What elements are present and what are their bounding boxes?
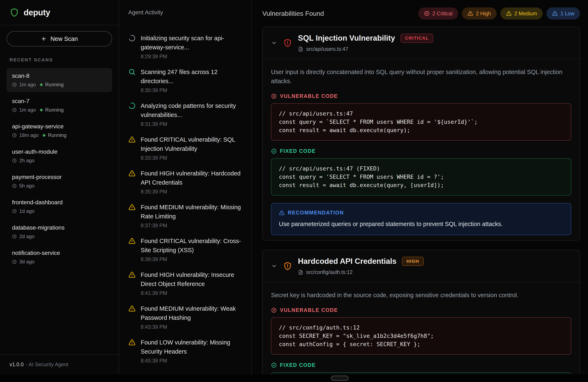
plus-icon — [41, 36, 47, 42]
agent-activity-heading: Agent Activity — [128, 9, 242, 16]
vulnerabilities-header: Vulnerabilities Found 2 Critical 2 High … — [262, 7, 580, 20]
running-dot — [43, 134, 45, 137]
scan-list-item-user-auth-module[interactable]: user-auth-module 2h ago — [7, 144, 112, 168]
scan-list-item-payment-processor[interactable]: payment-processor 5h ago — [7, 169, 112, 193]
clock-icon — [12, 209, 17, 214]
activity-body: Initializing security scan for api-gatew… — [141, 34, 242, 60]
new-scan-button[interactable]: New Scan — [7, 31, 112, 46]
badge-label: 1 Low — [560, 11, 574, 17]
file-path-row: src/config/auth.ts:12 — [298, 269, 424, 275]
scan-meta: 5h ago — [12, 183, 107, 189]
activity-body: Found LOW vulnerability: Missing Securit… — [141, 338, 242, 364]
x-circle-icon — [424, 11, 430, 16]
severity-chip: CRITICAL — [400, 34, 433, 43]
file-path-row: src/api/users.ts:47 — [298, 46, 433, 52]
chevron-down-icon[interactable] — [271, 263, 277, 269]
sidebar-footer: v1.0.0 - AI Security Agent — [0, 354, 119, 374]
warning-triangle-icon — [128, 271, 136, 296]
scan-list-item-database-migrations[interactable]: database-migrations 2d ago — [7, 220, 112, 244]
scan-meta: 1m ago Running — [12, 82, 107, 88]
clock-icon — [12, 82, 17, 87]
activity-text: Found CRITICAL vulnerability: SQL Inject… — [141, 135, 242, 153]
scan-meta: 1d ago — [12, 208, 107, 214]
scan-time: 1m ago — [19, 107, 36, 113]
vulnerabilities-title: Vulnerabilities Found — [262, 10, 324, 17]
scan-list-item-scan-8[interactable]: scan-8 1m ago Running — [7, 68, 112, 92]
recommendation-box: RECOMMENDATION Use parameterized queries… — [271, 203, 571, 235]
scan-list-item-scan-7[interactable]: scan-7 1m ago Running — [7, 93, 112, 117]
scan-time: 2d ago — [19, 233, 34, 239]
section-label-text: VULNERABLE CODE — [280, 93, 338, 99]
app-version: v1.0.0 — [10, 361, 24, 367]
badge-label: 2 High — [476, 11, 491, 17]
clock-icon — [12, 108, 17, 112]
warning-triangle-icon — [128, 237, 136, 263]
scan-meta: 3d ago — [12, 259, 107, 265]
activity-time: 8:39:39 PM — [141, 256, 242, 263]
code-line: const authConfig = { secret: SECRET_KEY … — [279, 340, 563, 348]
vulnerable-code-label: VULNERABLE CODE — [271, 307, 571, 313]
app-window: deputy New Scan RECENT SCANS scan-8 1 — [0, 0, 588, 382]
window-handle[interactable] — [331, 376, 349, 381]
warning-triangle-icon — [128, 339, 136, 364]
app-version-subtitle: - AI Security Agent — [26, 361, 68, 367]
activity-item: Initializing security scan for api-gatew… — [128, 34, 242, 60]
scan-name: frontend-dashboard — [12, 199, 107, 206]
activity-time: 8:37:39 PM — [141, 222, 242, 229]
code-line: const result = await db.execute(query, [… — [279, 181, 563, 189]
activity-time: 8:43:39 PM — [141, 323, 242, 330]
scan-list-item-notification-service[interactable]: notification-service 3d ago — [7, 245, 112, 269]
scan-list-item-frontend-dashboard[interactable]: frontend-dashboard 1d ago — [7, 195, 112, 219]
scan-time: 2h ago — [19, 157, 34, 163]
badge-label: 2 Critical — [432, 11, 453, 17]
warning-triangle-icon — [128, 170, 136, 195]
shield-alert-icon — [283, 261, 292, 271]
scan-time: 5h ago — [19, 183, 34, 189]
activity-time: 8:29:39 PM — [141, 53, 242, 60]
vulnerability-description: User input is directly concatenated into… — [271, 67, 571, 86]
activity-item: Found CRITICAL vulnerability: Cross-Site… — [128, 236, 242, 263]
card-header-text: Hardcoded API Credentials HIGH src/confi… — [298, 257, 424, 275]
card-header-text: SQL Injection Vulnerability CRITICAL src… — [298, 34, 433, 52]
clock-icon — [12, 133, 17, 138]
code-line: const query = 'SELECT * FROM users WHERE… — [279, 173, 563, 181]
activity-text: Scanning 247 files across 12 directories… — [141, 67, 242, 86]
card-body: User input is directly concatenated into… — [263, 59, 580, 240]
activity-item: Analyzing code patterns for security vul… — [128, 101, 242, 128]
check-circle-icon — [271, 362, 277, 368]
spinner-icon — [128, 34, 136, 60]
clock-icon — [12, 183, 17, 188]
code-line: // src/api/users.ts:47 — [279, 110, 563, 118]
activity-text: Found LOW vulnerability: Missing Securit… — [141, 338, 242, 356]
chevron-down-icon[interactable] — [271, 40, 277, 46]
section-label-text: RECOMMENDATION — [288, 210, 344, 216]
activity-item: Scanning 247 files across 12 directories… — [128, 67, 242, 94]
activity-body: Analyzing code patterns for security vul… — [141, 101, 242, 128]
card-header[interactable]: Hardcoded API Credentials HIGH src/confi… — [263, 250, 580, 282]
code-line: const result = await db.execute(query); — [279, 126, 563, 135]
section-label-text: FIXED CODE — [280, 148, 316, 154]
activity-time: 8:45:39 PM — [141, 357, 242, 364]
activity-item: Found MEDIUM vulnerability: Weak Passwor… — [128, 304, 242, 330]
recent-scan-list: scan-8 1m ago Running scan-7 1m ago — [7, 68, 112, 269]
file-path: src/api/users.ts:47 — [306, 46, 348, 52]
card-header[interactable]: SQL Injection Vulnerability CRITICAL src… — [263, 27, 580, 59]
app-title: deputy — [24, 8, 50, 17]
vulnerability-description: Secret key is hardcoded in the source co… — [271, 291, 571, 300]
scan-list-item-api-gateway-service[interactable]: api-gateway-service 18m ago Running — [7, 119, 112, 143]
scan-meta: 2d ago — [12, 233, 107, 239]
spinner-icon — [128, 102, 136, 128]
running-dot — [40, 109, 43, 111]
scan-meta: 1m ago Running — [12, 107, 107, 113]
alert-triangle-icon — [279, 210, 285, 216]
activity-text: Initializing security scan for api-gatew… — [141, 34, 242, 52]
scan-status: Running — [48, 132, 66, 138]
warning-triangle-icon — [506, 11, 512, 16]
activity-body: Found CRITICAL vulnerability: Cross-Site… — [141, 236, 242, 263]
warning-triangle-icon — [128, 136, 136, 161]
vulnerabilities-panel: Vulnerabilities Found 2 Critical 2 High … — [252, 0, 588, 374]
activity-time: 8:41:39 PM — [141, 290, 242, 296]
file-code-icon — [298, 46, 303, 52]
file-path: src/config/auth.ts:12 — [306, 269, 353, 275]
scan-name: scan-8 — [12, 73, 107, 79]
